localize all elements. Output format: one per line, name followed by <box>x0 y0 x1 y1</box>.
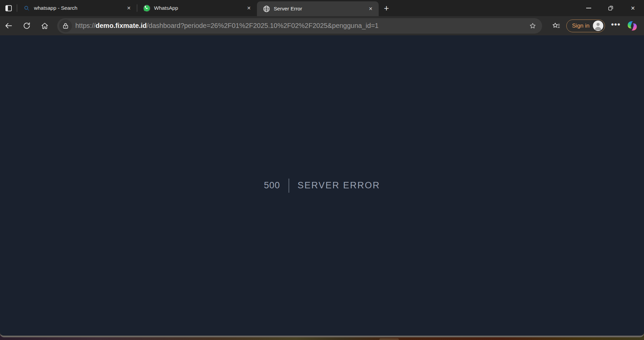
site-security-button[interactable] <box>59 20 72 32</box>
error-code: 500 <box>264 180 280 191</box>
new-tab-button[interactable]: + <box>379 0 394 16</box>
tab-title: WhatsApp <box>154 5 241 11</box>
favorites-star-list-icon <box>552 22 561 30</box>
tab-bar: whatsapp - Search ✕ WhatsApp ✕ <box>0 0 644 16</box>
url-scheme: https:// <box>75 22 96 29</box>
tab-server-error[interactable]: Server Error ✕ <box>257 1 379 16</box>
error-message-text: SERVER ERROR <box>298 180 380 191</box>
sign-in-label: Sign in <box>572 23 590 29</box>
lock-icon <box>62 22 69 30</box>
browser-window: whatsapp - Search ✕ WhatsApp ✕ <box>0 0 644 337</box>
home-button[interactable] <box>37 18 52 33</box>
restore-button[interactable] <box>600 0 622 16</box>
url-path: /dashboard?periode=26%2F01%2F2025.10%2F0… <box>147 22 378 29</box>
tab-close-icon[interactable]: ✕ <box>125 4 133 12</box>
server-error-message: 500 SERVER ERROR <box>264 179 380 193</box>
tab-actions-icon <box>5 4 12 12</box>
plus-icon: + <box>384 3 389 13</box>
close-icon: ✕ <box>631 5 635 11</box>
url-text: https://demo.fixmate.id/dashboard?period… <box>75 22 527 30</box>
globe-icon <box>262 5 270 13</box>
window-close-button[interactable]: ✕ <box>622 0 644 16</box>
home-icon <box>41 22 49 30</box>
navigation-toolbar: https://demo.fixmate.id/dashboard?period… <box>0 16 644 35</box>
refresh-icon <box>23 22 31 30</box>
avatar <box>593 21 603 31</box>
refresh-button[interactable] <box>19 18 34 33</box>
window-controls: ✕ <box>577 0 644 16</box>
tab-whatsapp-search[interactable]: whatsapp - Search ✕ <box>17 0 137 16</box>
url-domain: demo.fixmate.id <box>96 22 147 29</box>
whatsapp-icon <box>143 4 151 12</box>
tab-actions-menu-button[interactable] <box>0 0 17 16</box>
tab-whatsapp[interactable]: WhatsApp ✕ <box>137 0 257 16</box>
page-content: 500 SERVER ERROR <box>0 35 644 336</box>
search-icon <box>23 4 31 12</box>
tab-close-icon[interactable]: ✕ <box>367 5 375 13</box>
minimize-icon <box>586 8 591 8</box>
sign-in-button[interactable]: Sign in <box>566 20 605 32</box>
address-bar[interactable]: https://demo.fixmate.id/dashboard?period… <box>57 18 542 34</box>
more-options-icon: ••• <box>611 20 620 29</box>
back-arrow-icon <box>4 22 13 30</box>
tab-close-icon[interactable]: ✕ <box>245 4 253 12</box>
tab-title: Server Error <box>274 6 363 12</box>
star-icon <box>529 22 536 30</box>
taskbar-peek <box>379 338 399 340</box>
back-button[interactable] <box>1 18 16 33</box>
restore-icon <box>608 5 613 11</box>
tab-title: whatsapp - Search <box>34 5 121 11</box>
minimize-button[interactable] <box>577 0 600 16</box>
error-divider <box>289 179 289 193</box>
copilot-button[interactable] <box>625 18 639 33</box>
copilot-icon <box>627 20 638 32</box>
add-favorite-button[interactable] <box>527 20 539 32</box>
favorites-button[interactable] <box>549 18 564 33</box>
settings-more-button[interactable]: ••• <box>608 18 623 33</box>
